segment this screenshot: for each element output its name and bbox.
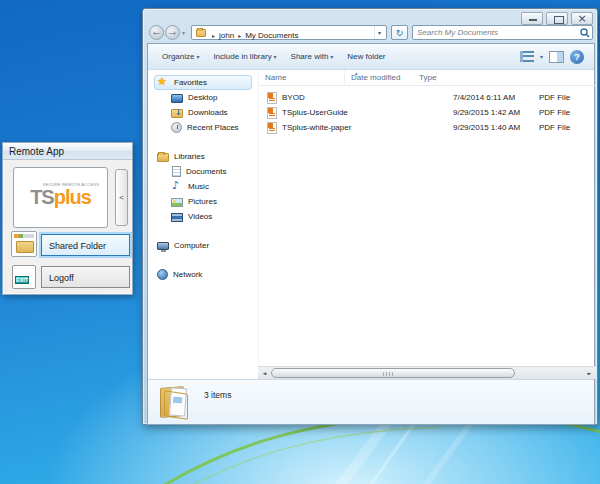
sidebar-item-label: Downloads xyxy=(188,108,228,117)
file-type: PDF File xyxy=(533,123,593,132)
logo-plus-text: plus xyxy=(54,186,91,208)
search-box xyxy=(412,25,593,40)
file-row[interactable]: BYOD 7/4/2014 6:11 AM PDF File xyxy=(259,90,596,105)
explorer-content-panel: OrganizeInclude in libraryShare withNew … xyxy=(147,43,595,425)
view-dropdown-icon[interactable]: ▾ xyxy=(540,53,543,60)
sidebar-item-label: Favorites xyxy=(174,78,207,87)
column-header[interactable]: Date modified xyxy=(345,70,405,85)
remote-app-titlebar[interactable]: Remote App xyxy=(3,143,132,160)
sidebar-item-label: Documents xyxy=(186,167,226,176)
desktop: ← → ▾ johnMy Documents ▾ ↻ OrganizeInclu… xyxy=(0,0,600,484)
toolbar-button[interactable]: Share with xyxy=(291,52,334,61)
breadcrumb-item[interactable]: john xyxy=(208,31,234,40)
file-date-modified: 9/29/2015 1:40 AM xyxy=(447,123,533,132)
change-view-icon[interactable] xyxy=(520,51,534,62)
file-date-modified: 9/29/2015 1:42 AM xyxy=(447,108,533,117)
column-headers: NameDate modifiedType xyxy=(259,70,596,86)
back-button[interactable]: ← xyxy=(149,25,164,40)
recent-places-icon xyxy=(171,122,182,133)
file-row[interactable]: TSplus-UserGuide 9/29/2015 1:42 AM PDF F… xyxy=(259,105,596,120)
sidebar-item-label: Desktop xyxy=(188,93,217,102)
close-button[interactable] xyxy=(571,12,593,25)
downloads-icon xyxy=(171,109,183,118)
shared-folder-icon[interactable] xyxy=(11,231,37,257)
search-input[interactable] xyxy=(413,27,578,38)
scroll-left-icon[interactable]: ◄ xyxy=(258,367,271,379)
search-icon[interactable] xyxy=(578,26,592,39)
sidebar-item[interactable]: Computer xyxy=(154,238,252,253)
help-icon[interactable]: ? xyxy=(570,50,584,64)
network-icon xyxy=(157,269,168,280)
navigation-bar: ← → ▾ johnMy Documents ▾ ↻ xyxy=(143,25,597,41)
scroll-right-icon[interactable]: ► xyxy=(583,367,596,379)
address-bar[interactable]: johnMy Documents ▾ xyxy=(191,25,387,40)
pdf-file-icon xyxy=(267,107,277,119)
maximize-button[interactable] xyxy=(546,12,568,25)
logo-ts-text: TS xyxy=(30,186,54,208)
address-dropdown-icon[interactable]: ▾ xyxy=(374,26,384,39)
shared-folder-button[interactable]: Shared Folder xyxy=(41,234,130,256)
toolbar-button[interactable]: New folder xyxy=(347,52,385,61)
toolbar-button[interactable]: Organize xyxy=(162,52,199,61)
sidebar-item-label: Recent Places xyxy=(187,123,239,132)
music-icon xyxy=(171,181,183,193)
exit-icon[interactable]: EXIT xyxy=(12,265,36,289)
file-type: PDF File xyxy=(533,93,593,102)
toolbar-button[interactable]: Include in library xyxy=(213,52,276,61)
breadcrumb-item[interactable]: My Documents xyxy=(234,31,298,40)
column-header[interactable]: Name xyxy=(259,70,345,85)
folder-large-icon xyxy=(158,384,194,420)
computer-icon xyxy=(157,242,169,250)
refresh-button[interactable]: ↻ xyxy=(391,25,408,40)
sidebar-item[interactable]: Libraries xyxy=(154,149,252,164)
collapse-button[interactable]: < xyxy=(115,169,128,226)
sort-ascending-icon xyxy=(355,70,358,76)
sidebar-item[interactable]: Desktop xyxy=(168,90,254,105)
sidebar-item[interactable]: Music xyxy=(168,179,254,194)
desktop-icon xyxy=(171,94,183,103)
file-name: BYOD xyxy=(282,93,305,102)
sidebar-item[interactable]: Downloads xyxy=(168,105,254,120)
sidebar-item-label: Libraries xyxy=(174,152,205,161)
sidebar-item[interactable]: Network xyxy=(154,267,252,282)
remote-app-window: Remote App SECURE REMOTE ACCESS TSplus <… xyxy=(2,142,133,295)
details-pane: 3 items xyxy=(148,379,594,424)
file-type: PDF File xyxy=(533,108,593,117)
minimize-button[interactable] xyxy=(521,12,543,25)
forward-button[interactable]: → xyxy=(165,25,180,40)
horizontal-scrollbar[interactable]: ◄ ► xyxy=(258,366,596,379)
window-controls xyxy=(521,12,593,25)
sidebar-item[interactable]: Recent Places xyxy=(168,120,254,135)
star-icon xyxy=(157,77,169,89)
documents-icon xyxy=(172,166,181,177)
items-count: 3 items xyxy=(204,390,231,400)
libraries-icon xyxy=(157,153,169,162)
pdf-file-icon xyxy=(267,92,277,104)
file-row[interactable]: TSplus-white-paper 9/29/2015 1:40 AM PDF… xyxy=(259,120,596,135)
sidebar-item[interactable]: Documents xyxy=(168,164,254,179)
navigation-sidebar: Favorites Desktop Downloads Rece xyxy=(148,70,258,366)
sidebar-item[interactable]: Videos xyxy=(168,209,254,224)
explorer-window: ← → ▾ johnMy Documents ▾ ↻ OrganizeInclu… xyxy=(142,8,598,425)
file-date-modified: 7/4/2014 6:11 AM xyxy=(447,93,533,102)
file-rows: BYOD 7/4/2014 6:11 AM PDF File TSplus-Us… xyxy=(259,90,596,135)
column-header[interactable]: Type xyxy=(405,70,437,85)
file-name: TSplus-UserGuide xyxy=(282,108,348,117)
sidebar-item-label: Pictures xyxy=(188,197,217,206)
command-toolbar: OrganizeInclude in libraryShare withNew … xyxy=(148,44,594,70)
preview-pane-icon[interactable] xyxy=(549,51,564,63)
toolbar-right-icons: ▾ ? xyxy=(520,50,584,64)
videos-icon xyxy=(171,213,183,222)
breadcrumb: johnMy Documents xyxy=(208,24,299,42)
sidebar-item-label: Videos xyxy=(188,212,212,221)
file-list-pane: NameDate modifiedType BYOD 7/4/2014 6:11… xyxy=(258,70,596,366)
sidebar-item[interactable]: Pictures xyxy=(168,194,254,209)
scrollbar-thumb[interactable] xyxy=(271,368,515,378)
sidebar-item[interactable]: Favorites xyxy=(154,75,252,90)
history-dropdown-icon[interactable]: ▾ xyxy=(182,29,185,36)
tsplus-logo: SECURE REMOTE ACCESS TSplus xyxy=(13,167,108,228)
sidebar-item-label: Network xyxy=(173,270,202,279)
logoff-button[interactable]: Logoff xyxy=(41,266,130,288)
folder-icon xyxy=(196,29,206,37)
sidebar-item-label: Music xyxy=(188,182,209,191)
